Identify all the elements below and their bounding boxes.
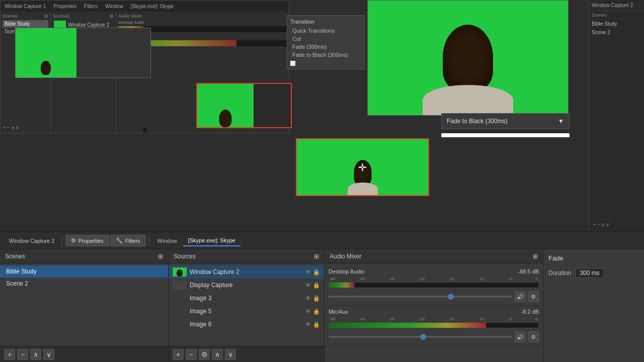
source-lock-icon-i6[interactable]: 🔒 [313, 321, 320, 328]
window-tab[interactable]: Window [152, 236, 182, 246]
mixer-desktop-thumb[interactable] [448, 294, 454, 300]
source-thumb-i5 [173, 307, 187, 316]
scenes-remove-button[interactable]: − [17, 349, 28, 360]
scenes-header-icon: ⊞ [158, 253, 163, 260]
transition-dropdown-arrow[interactable]: ▼ [558, 118, 564, 125]
source-eye-icon-i3[interactable]: 👁 [304, 295, 311, 302]
source-item-image3[interactable]: Image 3 👁 🔒 [169, 292, 324, 305]
source-eye-icon-i6[interactable]: 👁 [304, 321, 311, 328]
mixer-channel-desktop: Desktop Audio -88.5 dB -60-45-30-20-15-1… [325, 265, 543, 306]
right-mini-scenes-header: Scenes [589, 11, 644, 20]
scenes-panel: Scenes ⊞ Bible Study Scene 2 + − ∧ ∨ [0, 249, 169, 362]
preview-green-section-1 [16, 28, 76, 77]
mixer-mic-bar [329, 322, 539, 328]
mini-header-item-1[interactable]: Window Capture 1 [5, 4, 46, 9]
source-item-image5[interactable]: Image 5 👁 🔒 [169, 305, 324, 318]
mixer-mic-slider[interactable] [329, 336, 512, 338]
mini-scene-item-1[interactable]: Bible Study [3, 20, 48, 28]
transition-dropdown[interactable]: Fade to Black (300ms) ▼ [441, 113, 570, 129]
sources-remove-button[interactable]: − [186, 349, 197, 360]
source-eye-icon-dc[interactable]: 👁 [304, 282, 311, 289]
drag-cursor-icon: ✛ [358, 161, 367, 173]
mini-up-btn[interactable]: ∧ [11, 125, 15, 130]
source-face-mini [177, 269, 183, 277]
transition-fade-black[interactable]: Fade to Black (300ms) [290, 51, 361, 59]
source-icons-dc: 👁 🔒 [304, 282, 320, 289]
source-thumb-dc [173, 281, 187, 290]
properties-icon: ⚙ [71, 237, 76, 244]
mixer-scale-labels-1: -60-45-30-20-15-10-50 [329, 277, 539, 281]
mixer-desktop-name: Desktop Audio [329, 268, 364, 275]
mixer-desktop-slider[interactable] [329, 296, 512, 298]
mini-down-btn[interactable]: ∨ [16, 125, 19, 130]
fade-duration-value[interactable]: 300 ms [575, 268, 604, 278]
source-lock-icon-i5[interactable]: 🔒 [313, 308, 320, 315]
mixer-header-icon: ⊞ [533, 253, 538, 260]
source-item-image6[interactable]: Image 6 👁 🔒 [169, 318, 324, 331]
filters-button[interactable]: 🔧 Filters [110, 235, 146, 246]
scene-item-bible-study[interactable]: Bible Study [0, 265, 168, 278]
fade-panel: Fade Duration 300 ms [543, 249, 644, 362]
scene-item-scene-2[interactable]: Scene 2 [0, 278, 168, 290]
scenes-up-button[interactable]: ∧ [30, 349, 41, 360]
transition-title: Transition [290, 19, 361, 25]
toolbar-sep-1 [62, 236, 62, 246]
source-icons-i3: 👁 🔒 [304, 295, 320, 302]
source-eye-icon-wc[interactable]: 👁 [304, 268, 311, 276]
face-large [443, 25, 493, 90]
right-remove-btn[interactable]: − [597, 222, 600, 227]
mini-header-item-3[interactable]: Filters [84, 4, 98, 9]
drag-preview[interactable]: ✛ [296, 138, 429, 196]
mini-add-btn[interactable]: + [3, 125, 6, 130]
sources-header-icon: ⊞ [314, 253, 319, 260]
mixer-desktop-mute-button[interactable]: 🔊 [515, 291, 526, 302]
source-lock-icon-dc[interactable]: 🔒 [313, 282, 320, 289]
right-mini-scene-2[interactable]: Scene 2 [589, 28, 644, 37]
mixer-desktop-controls: 🔊 ⚙ [515, 291, 539, 302]
mini-remove-btn[interactable]: − [7, 125, 10, 130]
sources-add-button[interactable]: + [173, 349, 184, 360]
skype-tab[interactable]: [Skype.exe]: Skype [183, 235, 240, 246]
source-item-display-capture[interactable]: Display Capture 👁 🔒 [169, 279, 324, 292]
mixer-mic-settings-button[interactable]: ⚙ [528, 331, 539, 342]
right-up-btn[interactable]: ∧ [601, 222, 605, 227]
mini-header-item-4[interactable]: Window [105, 4, 123, 9]
face-mini-2 [219, 110, 231, 127]
filters-label: Filters [125, 238, 140, 244]
face-mini-1 [41, 61, 51, 75]
sources-down-button[interactable]: ∨ [225, 349, 236, 360]
fade-duration-label: Duration [548, 269, 571, 277]
mini-scenes-footer: + − ∧ ∨ [3, 125, 19, 130]
source-item-window-capture[interactable]: Window Capture 2 👁 🔒 [169, 265, 324, 279]
mixer-desktop-settings-button[interactable]: ⚙ [528, 291, 539, 302]
mini-header-item-2[interactable]: Properties [53, 4, 76, 9]
mixer-mic-thumb[interactable] [420, 334, 426, 340]
drag-preview-content: ✛ [297, 139, 428, 195]
transition-quick[interactable]: Quick Transitions [290, 27, 361, 35]
main-preview-green [368, 1, 568, 115]
transition-cut[interactable]: Cut [290, 35, 361, 43]
mixer-channel-mic: Mic/Aux -8.2 dB -60-45-30-20-15-10-50 [325, 306, 543, 346]
source-icons-i5: 👁 🔒 [304, 308, 320, 315]
mixer-mic-mute-button[interactable]: 🔊 [515, 331, 526, 342]
sources-settings-button[interactable]: ⚙ [199, 349, 210, 360]
scenes-down-button[interactable]: ∨ [43, 349, 54, 360]
source-lock-icon-i3[interactable]: 🔒 [313, 295, 320, 302]
mixer-header-title: Audio Mixer [330, 253, 361, 260]
source-eye-icon-i5[interactable]: 👁 [304, 308, 311, 315]
source-thumb-i6 [173, 320, 187, 329]
right-down-btn[interactable]: ∨ [606, 222, 609, 227]
transition-fade[interactable]: Fade (300ms) [290, 43, 361, 51]
scenes-add-button[interactable]: + [4, 349, 15, 360]
right-add-btn[interactable]: + [593, 222, 596, 227]
mixer-desktop-header: Desktop Audio -88.5 dB [329, 268, 539, 275]
sources-panel-content: Window Capture 2 👁 🔒 Display Capture 👁 🔒 [169, 263, 324, 346]
mixer-desktop-bar [329, 282, 539, 288]
sources-panel: Sources ⊞ Window Capture 2 👁 🔒 Disp [169, 249, 325, 362]
right-mini-scene-1[interactable]: Bible Study [589, 20, 644, 28]
scenes-panel-content: Bible Study Scene 2 [0, 263, 168, 346]
properties-button[interactable]: ⚙ Properties [65, 235, 109, 246]
sources-up-button[interactable]: ∧ [212, 349, 223, 360]
mini-header-item-5[interactable]: [Skype.exe]: Skype [131, 4, 174, 9]
source-lock-icon-wc[interactable]: 🔒 [313, 268, 320, 276]
